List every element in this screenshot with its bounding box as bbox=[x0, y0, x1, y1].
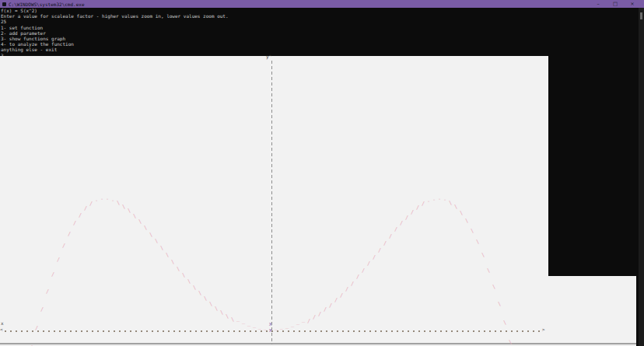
console-output[interactable]: f(x) = S(x^2)Enter a value for scaleale … bbox=[1, 8, 545, 58]
console-line: Enter a value for scaleale factor - high… bbox=[1, 13, 545, 19]
plot-area-upper bbox=[0, 56, 548, 276]
scrollbar-thumb[interactable] bbox=[640, 12, 642, 19]
minimize-button[interactable]: – bbox=[590, 0, 607, 8]
x-axis-left-arrow: < bbox=[0, 327, 3, 332]
plot-area-lower bbox=[0, 276, 636, 343]
console-line: 3- show functions graph bbox=[1, 36, 545, 41]
window-titlebar[interactable]: C:\WINDOWS\system32\cmd.exe – □ × bbox=[0, 0, 644, 8]
y-axis-label: y^ bbox=[266, 54, 271, 59]
window-controls: – □ × bbox=[590, 0, 641, 8]
console-line: f(x) = S(x^2) bbox=[1, 8, 545, 13]
x-axis bbox=[5, 330, 541, 332]
console-line: 25 bbox=[1, 19, 545, 24]
window-title: C:\WINDOWS\system32\cmd.exe bbox=[9, 2, 85, 7]
y-axis bbox=[271, 61, 272, 344]
maximize-button[interactable]: □ bbox=[607, 0, 624, 8]
cmd-icon bbox=[2, 2, 6, 6]
console-line: anything else - exit bbox=[1, 47, 545, 52]
close-button[interactable]: × bbox=[624, 0, 641, 8]
console-line: 2- add parameter bbox=[1, 30, 545, 36]
console-line: 4- to analyze the function bbox=[1, 41, 545, 47]
x-axis-right-arrow: > bbox=[542, 327, 545, 332]
console-line: 1- set function bbox=[1, 25, 545, 30]
x-axis-label: x bbox=[1, 320, 4, 326]
scrollbar[interactable] bbox=[639, 8, 644, 346]
cmd-window: C:\WINDOWS\system32\cmd.exe – □ × f(x) =… bbox=[0, 0, 644, 346]
